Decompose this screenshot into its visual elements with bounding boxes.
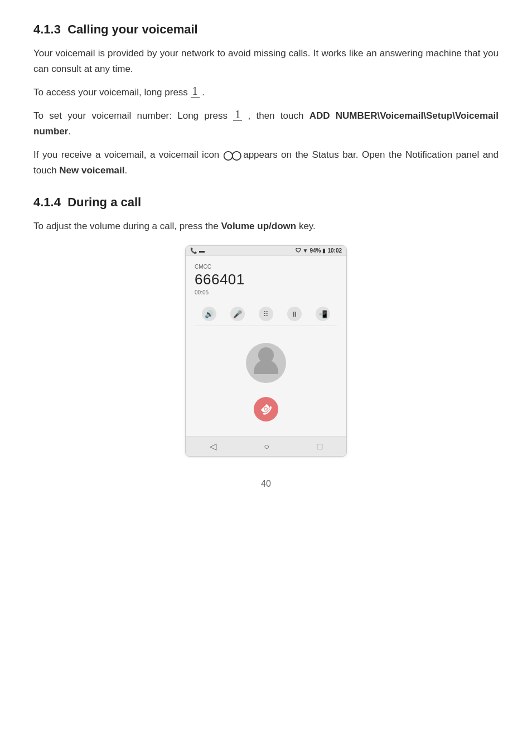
call-screen: CMCC 666401 00:05 🔊 🎤 ⠿ ⏸ — [186, 256, 346, 436]
keypad-button[interactable]: ⠿ — [259, 307, 273, 321]
voicemail-intro: Your voicemail is provided by your netwo… — [33, 46, 499, 77]
status-bar: 📞 ▬ 🛡 ▼ 94% ▮ 10:02 — [186, 246, 346, 256]
add-call-icon: 📲 — [316, 307, 330, 321]
keypad-icon: ⠿ — [259, 307, 273, 321]
hold-icon: ⏸ — [287, 307, 302, 321]
key-1-set: 1 — [233, 108, 242, 121]
voicemail-icon: ◯◯ — [223, 148, 240, 163]
wifi-icon: 🛡 — [296, 248, 301, 254]
during-call-text: To adjust the volume during a call, pres… — [33, 219, 499, 234]
section-413: 4.1.3 Calling your voicemail Your voicem… — [33, 22, 499, 178]
notification-icon: ▬ — [199, 248, 205, 254]
section-heading-413: Calling your voicemail — [67, 22, 198, 36]
section-number-413: 4.1.3 — [33, 22, 61, 36]
voicemail-p2-suffix: . — [202, 87, 205, 98]
phone-mockup: 📞 ▬ 🛡 ▼ 94% ▮ 10:02 CMCC 666401 00:05 — [185, 245, 347, 457]
voicemail-p3-prefix: To set your voicemail number: Long press — [33, 110, 228, 121]
status-right-info: 🛡 ▼ 94% ▮ 10:02 — [296, 248, 342, 254]
add-call-button[interactable]: 📲 — [316, 307, 330, 321]
call-actions-row: 🔊 🎤 ⠿ ⏸ 📲 — [195, 302, 337, 326]
caller-number: 666401 — [195, 271, 337, 288]
hold-button[interactable]: ⏸ — [287, 307, 302, 321]
clock: 10:02 — [327, 248, 342, 254]
recents-button[interactable]: □ — [317, 442, 323, 452]
section-414-title: 4.1.4 During a call — [33, 195, 499, 210]
end-call-area: ☎ — [195, 391, 337, 430]
back-button[interactable]: ◁ — [210, 441, 216, 452]
nav-bar: ◁ ○ □ — [186, 436, 346, 456]
voicemail-p3-middle: , then touch — [248, 110, 303, 121]
during-call-suffix: key. — [299, 221, 316, 231]
call-duration: 00:05 — [195, 289, 337, 295]
avatar-area — [195, 332, 337, 391]
avatar-body — [254, 360, 278, 374]
caller-info: CMCC 666401 00:05 — [195, 264, 337, 295]
call-icon: 📞 — [190, 248, 197, 254]
section-heading-414: During a call — [67, 195, 141, 209]
voicemail-access: To access your voicemail, long press 1 . — [33, 85, 499, 100]
mute-icon: 🎤 — [230, 307, 245, 321]
home-button[interactable]: ○ — [264, 442, 269, 452]
end-call-icon: ☎ — [257, 401, 274, 418]
volume-key-label: Volume up/down — [221, 221, 296, 231]
page-number: 40 — [33, 479, 499, 489]
voicemail-p2-prefix: To access your voicemail, long press — [33, 87, 188, 98]
signal-icon: ▼ — [303, 248, 308, 254]
voicemail-p4-prefix: If you receive a voicemail, a voicemail … — [33, 149, 219, 160]
speaker-icon: 🔊 — [202, 307, 216, 321]
section-413-title: 4.1.3 Calling your voicemail — [33, 22, 499, 37]
voicemail-p3-end: . — [68, 126, 71, 137]
speaker-button[interactable]: 🔊 — [202, 307, 216, 321]
during-call-prefix: To adjust the volume during a call, pres… — [33, 221, 219, 231]
status-left-icons: 📞 ▬ — [190, 248, 205, 254]
battery-icon: ▮ — [322, 248, 326, 254]
voicemail-p1-text: Your voicemail is provided by your netwo… — [33, 48, 499, 74]
voicemail-p4-end: . — [125, 165, 128, 176]
voicemail-notification: If you receive a voicemail, a voicemail … — [33, 147, 499, 178]
section-number-414: 4.1.4 — [33, 195, 61, 209]
mute-button[interactable]: 🎤 — [230, 307, 245, 321]
end-call-button[interactable]: ☎ — [254, 397, 278, 421]
battery-level: 94% — [309, 248, 321, 254]
section-414: 4.1.4 During a call To adjust the volume… — [33, 195, 499, 457]
carrier-name: CMCC — [195, 264, 337, 270]
new-voicemail-label: New voicemail — [59, 165, 124, 176]
avatar — [246, 343, 286, 383]
voicemail-set: To set your voicemail number: Long press… — [33, 108, 499, 139]
phone-mockup-wrapper: 📞 ▬ 🛡 ▼ 94% ▮ 10:02 CMCC 666401 00:05 — [33, 245, 499, 457]
key-1-access: 1 — [191, 85, 200, 98]
